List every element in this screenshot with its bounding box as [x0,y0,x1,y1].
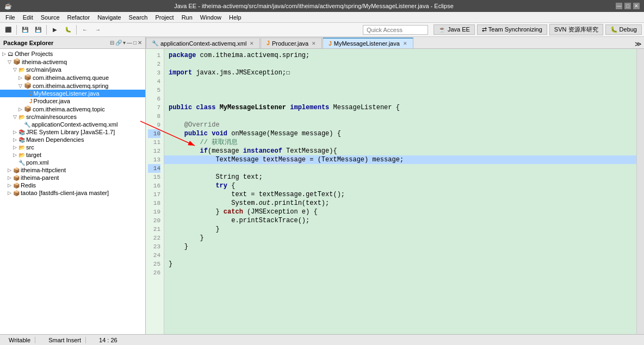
tab-scroll-right[interactable]: ≫ [633,40,644,48]
debug-button[interactable]: 🐛 [62,24,74,35]
tree-src-main-resources[interactable]: ▽ 📂 src/main/resources [0,113,145,121]
tree-pom-xml[interactable]: 🔧 pom.xml [0,159,145,166]
toolbar-separator-3 [76,25,77,35]
tree-file-appcontext[interactable]: 🔧 applicationContext-activemq.xml [0,121,145,128]
tree-arrow-activemq: ▽ [8,59,13,65]
maven-deps-icon: 📚 [18,137,25,143]
editor-scrollbar[interactable] [636,49,644,334]
tab-producer[interactable]: J Producer.java ✕ [261,37,322,48]
perspective-team[interactable]: ⇄ Team Synchronizing [477,24,547,35]
taotao-icon: 📦 [13,190,20,196]
perspective-debug[interactable]: 🐛 Debug [605,24,642,35]
save-button[interactable]: 💾 [19,24,31,35]
tree-itheima-httpclient[interactable]: ▷ 📦 itheima-httpclient [0,166,145,174]
tree-arrow-taotao: ▷ [8,190,13,196]
tree-pkg-topic[interactable]: ▷ 📦 com.itheima.activemq.topic [0,105,145,113]
tab-mylistener-icon: J [329,41,332,47]
titlebar: ☕ Java EE - itheima-activemq/src/main/ja… [0,0,644,12]
editor-area: 12345 6789 10 111213 14 15161718 1920212… [146,49,644,334]
tree-itheima-parent[interactable]: ▷ 📦 itheima-parent [0,174,145,181]
collapse-all-button[interactable]: ⊟ [110,40,114,46]
tree-pkg-queue[interactable]: ▷ 📦 com.itheima.activemq.queue [0,73,145,81]
perspectives-bar: ☕ Java EE ⇄ Team Synchronizing SVN 资源库研究… [434,24,642,35]
tree-arrow-redis: ▷ [8,183,13,188]
tree-target[interactable]: ▷ 📂 target [0,151,145,159]
menu-edit[interactable]: Edit [20,13,36,22]
quick-access-input[interactable] [363,25,428,35]
tab-mylistener-label: MyMessageListener.java [334,40,400,47]
tab-mylistener-close[interactable]: ✕ [403,41,407,46]
xml-file-icon: 🔧 [24,122,30,128]
tree-label-maven: Maven Dependencies [26,136,84,143]
run-button[interactable]: ▶ [49,24,61,35]
tree-label-queue: com.itheima.activemq.queue [33,74,109,81]
package-explorer-header: Package Explorer ⊟ 🔗 ▾ — □ ✕ [0,37,145,49]
httpclient-icon: 📦 [13,167,20,173]
new-button[interactable]: ⬛ [2,24,14,35]
tree-maven-deps[interactable]: ▷ 📚 Maven Dependencies [0,136,145,143]
tree-label-appcontext: applicationContext-activemq.xml [32,121,117,128]
tree-src[interactable]: ▷ 📂 src [0,143,145,151]
package-tree: ▷ 🗂 Other Projects ▽ 📦 itheima-activemq … [0,49,145,334]
tree-label-target: target [26,152,41,158]
tree-taotao[interactable]: ▷ 📦 taotao [fastdfs-client-java master] [0,189,145,197]
pom-icon: 🔧 [18,160,25,166]
tab-appcontext-close[interactable]: ✕ [250,41,254,46]
project-icon: 📦 [13,58,21,65]
tree-arrow-resources: ▽ [13,114,18,120]
close-button[interactable]: ✕ [633,3,640,9]
tree-other-projects[interactable]: ▷ 🗂 Other Projects [0,50,145,58]
statusbar: Writable Smart Insert 14 : 26 [0,334,644,345]
back-button[interactable]: ← [79,24,91,35]
status-insert-mode: Smart Insert [44,337,86,343]
package-spring-icon: 📦 [24,82,32,89]
editor-tab-bar: 🔧 applicationContext-activemq.xml ✕ J Pr… [146,37,644,49]
save-all-button[interactable]: 💾 [32,24,44,35]
menu-source[interactable]: Source [38,13,63,22]
tree-itheima-activemq[interactable]: ▽ 📦 itheima-activemq [0,58,145,66]
tab-appcontext[interactable]: 🔧 applicationContext-activemq.xml ✕ [146,37,260,48]
maximize-button[interactable]: □ [624,3,631,9]
tab-mylistener[interactable]: J MyMessageListener.java ✕ [323,37,413,48]
close-panel-button[interactable]: ✕ [138,40,142,46]
menu-window[interactable]: Window [197,13,225,22]
tree-src-main-java[interactable]: ▽ 📂 src/main/java [0,66,145,73]
tree-pkg-spring[interactable]: ▽ 📦 com.itheima.activemq.spring [0,81,145,90]
code-editor[interactable]: package com.itheima.activemq.spring; imp… [164,49,636,334]
tree-arrow-jre: ▷ [13,129,18,135]
redis-icon: 📦 [13,183,20,189]
tree-redis[interactable]: ▷ 📦 Redis [0,181,145,189]
tree-arrow-parent: ▷ [8,175,13,180]
link-with-editor-button[interactable]: 🔗 [115,40,122,46]
jre-lib-icon: 📚 [18,129,25,135]
tree-file-producer[interactable]: J Producer.java [0,97,145,105]
tree-label-topic: com.itheima.activemq.topic [33,106,105,112]
titlebar-controls[interactable]: — □ ✕ [616,3,640,9]
tree-arrow-httpclient: ▷ [8,167,13,173]
left-panel: Package Explorer ⊟ 🔗 ▾ — □ ✕ ▷ 🗂 Other P… [0,37,146,334]
titlebar-icon: ☕ [4,3,12,10]
forward-button[interactable]: → [92,24,104,35]
menu-refactor[interactable]: Refactor [64,13,94,22]
menu-help[interactable]: Help [226,13,245,22]
perspective-javaee[interactable]: ☕ Java EE [434,24,475,35]
tree-label-producer: Producer.java [34,98,70,104]
menu-run[interactable]: Run [178,13,196,22]
perspective-svn[interactable]: SVN 资源库研究 [549,24,603,35]
toolbar: ⬛ 💾 💾 ▶ 🐛 ← → ☕ Java EE ⇄ Team Synchroni… [0,23,644,37]
minimize-button[interactable]: — [616,3,622,9]
panel-actions: ⊟ 🔗 ▾ — □ ✕ [110,40,142,46]
menu-project[interactable]: Project [152,13,177,22]
menu-navigate[interactable]: Navigate [94,13,124,22]
panel-menu-button[interactable]: ▾ [123,40,126,46]
maximize-panel-button[interactable]: □ [133,40,137,46]
tree-jre-lib[interactable]: ▷ 📚 JRE System Library [JavaSE-1.7] [0,128,145,136]
menu-search[interactable]: Search [126,13,151,22]
folder-icon: 🗂 [8,51,14,57]
minimize-panel-button[interactable]: — [127,40,132,46]
tree-arrow-topic: ▷ [18,106,24,112]
tree-arrow-src: ▽ [13,67,18,72]
tab-producer-close[interactable]: ✕ [312,41,316,46]
tree-file-mylistener[interactable]: J MyMessageListener.java [0,90,145,97]
menu-file[interactable]: File [2,13,18,22]
